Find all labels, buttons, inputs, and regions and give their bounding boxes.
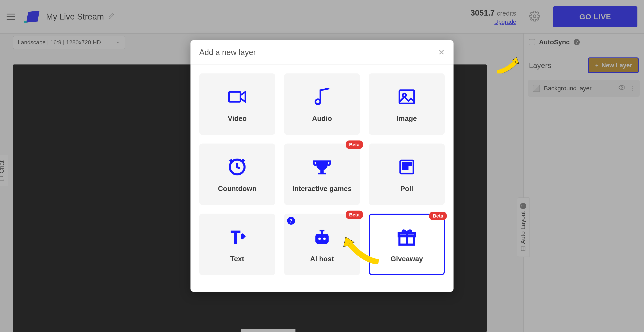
layer-tile-video[interactable]: Video [199, 74, 275, 135]
layer-tile-poll[interactable]: Poll [369, 144, 445, 205]
ai-host-icon [312, 226, 332, 248]
annotation-arrow [341, 236, 381, 264]
tile-label: Poll [400, 184, 413, 193]
tile-label: Giveaway [390, 255, 423, 263]
layer-tile-interactive-games[interactable]: Interactive gamesBeta [284, 144, 360, 205]
svg-rect-14 [403, 163, 411, 165]
svg-rect-10 [400, 90, 414, 103]
tile-label: Video [228, 114, 247, 122]
svg-rect-16 [316, 234, 328, 244]
countdown-icon [227, 156, 247, 178]
svg-rect-8 [229, 92, 241, 102]
modal-title: Add a new layer [199, 48, 256, 57]
beta-badge: Beta [346, 211, 363, 219]
annotation-arrow [495, 57, 521, 75]
giveaway-icon [397, 226, 417, 248]
interactive-games-icon [312, 156, 332, 178]
tile-label: Countdown [218, 184, 256, 193]
help-icon[interactable]: ? [287, 217, 295, 225]
layer-tile-audio[interactable]: Audio [284, 74, 360, 135]
svg-point-18 [323, 237, 326, 240]
layer-tile-image[interactable]: Image [369, 74, 445, 135]
poll-icon [397, 156, 417, 178]
layer-tile-countdown[interactable]: Countdown [199, 144, 275, 205]
text-icon [227, 226, 247, 248]
image-icon [397, 86, 417, 108]
audio-icon [312, 86, 332, 108]
close-icon[interactable]: ✕ [438, 48, 445, 57]
tile-label: Interactive games [292, 184, 352, 193]
video-icon [227, 86, 247, 108]
layer-tile-text[interactable]: Text [199, 214, 275, 275]
svg-point-17 [318, 237, 321, 240]
tile-label: Image [396, 114, 417, 122]
beta-badge: Beta [346, 141, 363, 149]
svg-rect-15 [403, 167, 408, 169]
tile-label: AI host [310, 255, 334, 263]
tile-label: Text [230, 255, 244, 263]
add-layer-modal: Add a new layer ✕ VideoAudioImageCountdo… [190, 40, 454, 292]
beta-badge: Beta [429, 212, 447, 220]
tile-label: Audio [312, 114, 332, 122]
